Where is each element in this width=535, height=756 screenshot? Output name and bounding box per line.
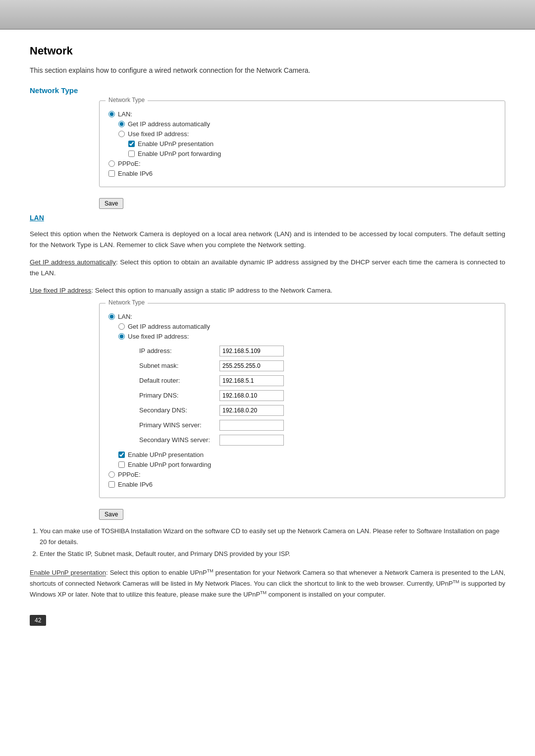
upnp-port-row[interactable]: Enable UPnP port forwarding (128, 150, 496, 157)
lan-radio-row-2[interactable]: LAN: (108, 313, 496, 320)
fixed-ip-radio[interactable] (118, 131, 125, 137)
secondary-wins-input[interactable] (219, 435, 284, 446)
lan-heading: LAN (30, 214, 505, 222)
secondary-dns-input[interactable] (219, 405, 284, 416)
ip-address-input[interactable] (219, 346, 284, 356)
upnp-pres-check-2[interactable] (118, 452, 125, 458)
footer: 42 (30, 615, 505, 626)
ipv6-row[interactable]: Enable IPv6 (108, 170, 496, 177)
upnp-pres-row-2[interactable]: Enable UPnP presentation (118, 451, 496, 458)
lan-radio-row[interactable]: LAN: (108, 110, 496, 118)
get-ip-desc-block: Get IP address automatically: Select thi… (30, 257, 505, 278)
pppoe-label: PPPoE: (118, 160, 141, 167)
tm-sup-2: TM (453, 579, 459, 584)
subnet-mask-label: Subnet mask: (139, 359, 218, 373)
network-type-box-2: Network Type LAN: Get IP address automat… (99, 303, 505, 498)
fixed-ip-label-2: Use fixed IP address: (128, 333, 189, 340)
header-bar (0, 0, 535, 30)
upnp-port-check[interactable] (128, 151, 135, 157)
ipv6-label-2: Enable IPv6 (118, 481, 153, 488)
secondary-dns-label: Secondary DNS: (139, 403, 218, 417)
upnp-pres-label: Enable UPnP presentation (138, 140, 214, 148)
fixed-ip-row[interactable]: Use fixed IP address: (118, 130, 496, 138)
pppoe-radio-row[interactable]: PPPoE: (108, 160, 496, 167)
ipv6-check-2[interactable] (108, 481, 115, 488)
notes-list: You can make use of TOSHIBA Installation… (40, 526, 505, 559)
lan-label: LAN: (118, 110, 132, 118)
primary-dns-label: Primary DNS: (139, 389, 218, 403)
primary-dns-input[interactable] (219, 390, 284, 401)
fixed-ip-radio-2[interactable] (118, 333, 125, 340)
intro-text: This section explains how to configure a… (30, 66, 505, 74)
upnp-footnote: Enable UPnP presentation: Select this op… (30, 567, 505, 600)
ipv6-label: Enable IPv6 (118, 170, 153, 177)
upnp-pres-label-2: Enable UPnP presentation (128, 451, 204, 458)
primary-wins-input[interactable] (219, 420, 284, 431)
upnp-port-label-2: Enable UPnP port forwarding (128, 461, 211, 468)
upnp-port-check-2[interactable] (118, 461, 125, 468)
upnp-link: Enable UPnP presentation (30, 569, 106, 577)
secondary-wins-label: Secondary WINS server: (139, 433, 218, 447)
network-type-box-1: Network Type LAN: Get IP address automat… (99, 101, 505, 187)
ip-address-label: IP address: (139, 344, 218, 358)
get-ip-auto-row-2[interactable]: Get IP address automatically (118, 323, 496, 330)
upnp-desc-4: component is installed on your computer. (267, 591, 385, 598)
save-button-1[interactable]: Save (99, 198, 123, 209)
fixed-ip-row-2[interactable]: Use fixed IP address: (118, 333, 496, 340)
upnp-desc-1: : Select this option to enable UPnP (106, 569, 207, 577)
note-2: Enter the Static IP, Subnet mask, Defaul… (40, 549, 505, 559)
pppoe-radio[interactable] (108, 160, 115, 167)
pppoe-label-2: PPPoE: (118, 471, 141, 478)
fixed-ip-desc-block: Use fixed IP address: Select this option… (30, 285, 505, 296)
pppoe-radio-row-2[interactable]: PPPoE: (108, 471, 496, 478)
lan-radio-2[interactable] (108, 313, 115, 320)
get-ip-radio[interactable] (118, 121, 125, 127)
fixed-ip-link: Use fixed IP address (30, 287, 91, 294)
get-ip-label-2: Get IP address automatically (128, 323, 210, 330)
upnp-pres-row[interactable]: Enable UPnP presentation (128, 140, 496, 148)
get-ip-auto-row[interactable]: Get IP address automatically (118, 120, 496, 128)
fixed-ip-desc-text: : Select this option to manually assign … (91, 287, 332, 294)
box-legend-2: Network Type (106, 299, 148, 306)
pppoe-radio-2[interactable] (108, 471, 115, 478)
save-button-2[interactable]: Save (99, 509, 123, 520)
ip-fields-table: IP address: Subnet mask: Default router:… (138, 343, 289, 448)
get-ip-radio-2[interactable] (118, 323, 125, 330)
network-type-heading: Network Type (30, 86, 505, 95)
page-title: Network (30, 45, 505, 57)
fixed-ip-label: Use fixed IP address: (128, 130, 189, 138)
tm-sup-1: TM (207, 568, 214, 573)
note-1: You can make use of TOSHIBA Installation… (40, 526, 505, 548)
lan-radio[interactable] (108, 111, 115, 117)
get-ip-label: Get IP address automatically (128, 120, 210, 128)
tm-sup-3: TM (260, 590, 267, 595)
ipv6-row-2[interactable]: Enable IPv6 (108, 481, 496, 488)
lan-description: Select this option when the Network Came… (30, 229, 505, 250)
upnp-port-row-2[interactable]: Enable UPnP port forwarding (118, 461, 496, 468)
default-router-input[interactable] (219, 375, 284, 386)
default-router-label: Default router: (139, 374, 218, 388)
get-ip-link: Get IP address automatically (30, 258, 116, 266)
upnp-port-label: Enable UPnP port forwarding (138, 150, 221, 157)
ipv6-check[interactable] (108, 170, 115, 177)
subnet-mask-input[interactable] (219, 360, 284, 371)
primary-wins-label: Primary WINS server: (139, 418, 218, 432)
upnp-pres-check[interactable] (128, 141, 135, 147)
lan-label-2: LAN: (118, 313, 132, 320)
box-legend-1: Network Type (106, 97, 148, 103)
page-number: 42 (30, 615, 46, 626)
